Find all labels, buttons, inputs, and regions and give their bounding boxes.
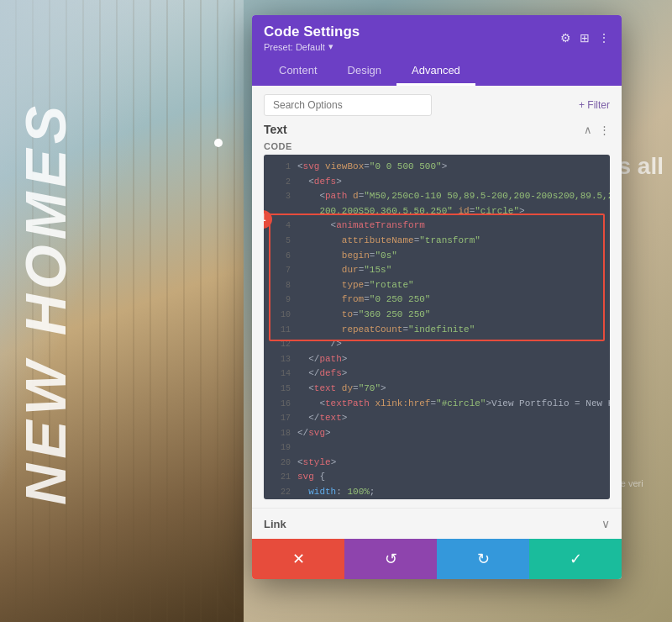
code-settings-modal: Code Settings Preset: Default ▾ ⚙ ⊞ ⋮ Co… bbox=[252, 15, 622, 579]
code-line: 15 <text dy="70"> bbox=[297, 382, 601, 397]
code-line: 3 <path d="M50,250c0-110 50,89.5-200,200… bbox=[297, 189, 601, 204]
code-line: 1 <svg viewBox="0 0 500 500"> bbox=[297, 160, 601, 175]
code-line: 13 </path> bbox=[297, 352, 601, 367]
code-line: 7 dur="15s" bbox=[297, 263, 601, 278]
code-line: 200,200S50,360,5,50,250" id="circle"> bbox=[297, 204, 601, 219]
section-icons: ∧ ⋮ bbox=[584, 124, 610, 136]
cancel-button[interactable]: ✕ bbox=[252, 539, 344, 579]
tab-advanced[interactable]: Advanced bbox=[396, 57, 475, 86]
tab-content[interactable]: Content bbox=[264, 57, 333, 86]
modal-title: Code Settings bbox=[264, 24, 360, 40]
code-line: 18 </svg> bbox=[297, 426, 601, 441]
tab-design[interactable]: Design bbox=[333, 57, 396, 86]
code-line: 10 to="360 250 250" bbox=[297, 308, 601, 323]
code-line: 12 /> bbox=[297, 337, 601, 352]
code-line: 16 <textPath xlink:href="#circle">View P… bbox=[297, 397, 601, 412]
text-section-header: Text ∧ ⋮ bbox=[264, 123, 610, 136]
undo-button[interactable]: ↺ bbox=[344, 539, 437, 579]
code-line: 8 type="rotate" bbox=[297, 278, 601, 293]
dot-accent bbox=[214, 139, 223, 147]
collapse-icon[interactable]: ∧ bbox=[584, 124, 592, 136]
search-input[interactable] bbox=[264, 94, 432, 116]
code-line: 17 </text> bbox=[297, 411, 601, 426]
link-section[interactable]: Link ∨ bbox=[252, 508, 622, 539]
code-label: Code bbox=[264, 141, 610, 151]
title-row: Code Settings Preset: Default ▾ ⚙ ⊞ ⋮ bbox=[264, 24, 610, 52]
code-line: 4 <animateTransform bbox=[297, 219, 601, 234]
more-icon[interactable]: ⋮ bbox=[598, 31, 610, 45]
code-line: 22 width: 100%; bbox=[297, 485, 601, 499]
code-line: 11 repeatCount="indefinite" bbox=[297, 323, 601, 338]
code-line: 19 bbox=[297, 440, 601, 456]
filter-button[interactable]: + Filter bbox=[579, 99, 610, 111]
code-line: 14 </defs> bbox=[297, 366, 601, 382]
header-icons: ⚙ ⊞ ⋮ bbox=[560, 31, 610, 45]
link-label: Link bbox=[264, 518, 286, 530]
code-line: 5 attributeName="transform" bbox=[297, 234, 601, 249]
chevron-down-icon: ▾ bbox=[328, 41, 333, 52]
chevron-down-icon: ∨ bbox=[601, 517, 610, 530]
modal-header: Code Settings Preset: Default ▾ ⚙ ⊞ ⋮ Co… bbox=[252, 15, 622, 86]
modal-preset[interactable]: Preset: Default ▾ bbox=[264, 41, 360, 52]
redo-button[interactable]: ↻ bbox=[437, 539, 529, 579]
modal-title-group: Code Settings Preset: Default ▾ bbox=[264, 24, 360, 52]
code-editor[interactable]: 1 1 <svg viewBox="0 0 500 500"> 2 <defs>… bbox=[264, 155, 610, 499]
columns-icon[interactable]: ⊞ bbox=[580, 31, 590, 45]
code-line: 20 <style> bbox=[297, 456, 601, 471]
code-line: 6 begin="0s" bbox=[297, 249, 601, 264]
settings-icon[interactable]: ⚙ bbox=[560, 31, 571, 45]
modal-footer: ✕ ↺ ↻ ✓ bbox=[252, 539, 622, 579]
modal-body: + Filter Text ∧ ⋮ Code 1 1 <svg viewBox=… bbox=[252, 86, 622, 508]
code-line: 9 from="0 250 250" bbox=[297, 293, 601, 308]
code-line: 21 svg { bbox=[297, 470, 601, 485]
section-title: Text bbox=[264, 123, 287, 136]
save-button[interactable]: ✓ bbox=[529, 539, 622, 579]
code-line: 2 <defs> bbox=[297, 175, 601, 190]
modal-tabs: Content Design Advanced bbox=[264, 57, 610, 86]
options-icon[interactable]: ⋮ bbox=[599, 124, 610, 136]
new-homes-text: NEW HOMES bbox=[13, 101, 78, 505]
search-row: + Filter bbox=[264, 94, 610, 116]
code-content: 1 <svg viewBox="0 0 500 500"> 2 <defs> 3… bbox=[264, 155, 610, 499]
